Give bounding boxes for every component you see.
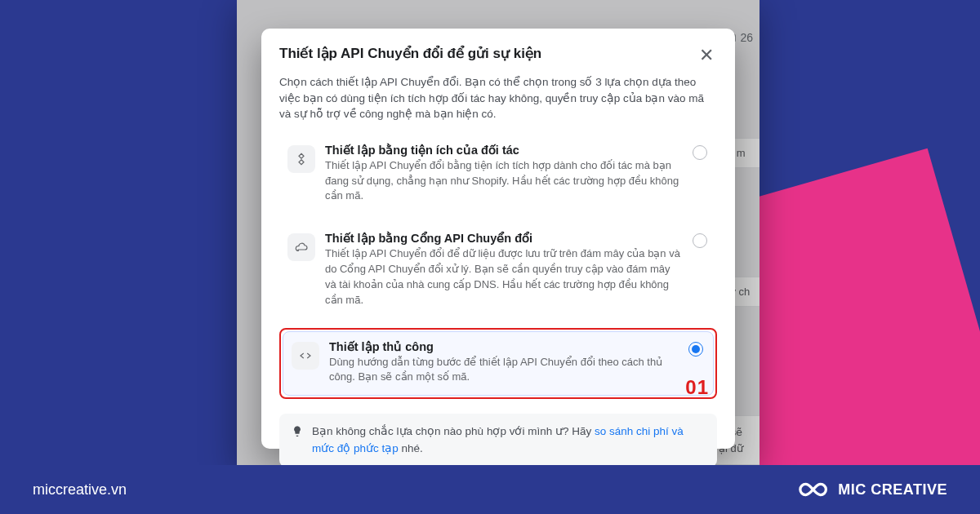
option-subtitle: Thiết lập API Chuyển đổi để dữ liệu được…: [325, 246, 683, 308]
brand-bar: miccreative.vn MIC CREATIVE: [0, 465, 980, 514]
option-subtitle: Dùng hướng dẫn từng bước để thiết lập AP…: [329, 355, 679, 386]
option-gateway[interactable]: Thiết lập bằng Cổng API Chuyển đổi Thiết…: [279, 224, 717, 317]
hint-box: Bạn không chắc lựa chọn nào phù hợp với …: [279, 414, 717, 465]
hint-text: Bạn không chắc lựa chọn nào phù hợp với …: [312, 423, 706, 457]
infinity-logo-icon: [794, 478, 828, 501]
hint-prefix: Bạn không chắc lựa chọn nào phù hợp với …: [312, 425, 595, 437]
hint-suffix: nhé.: [399, 442, 423, 454]
radio-selected[interactable]: [688, 342, 703, 357]
cloud-icon: [287, 233, 315, 261]
modal-title: Thiết lập API Chuyển đổi để gửi sự kiện: [279, 45, 541, 62]
option-subtitle: Thiết lập API Chuyển đổi bằng tiện ích t…: [325, 158, 683, 205]
setup-modal: Thiết lập API Chuyển đổi để gửi sự kiện …: [261, 29, 735, 449]
radio-unselected[interactable]: [693, 145, 707, 160]
option-title: Thiết lập bằng Cổng API Chuyển đổi: [325, 232, 683, 245]
option-title: Thiết lập bằng tiện ích của đối tác: [325, 144, 683, 157]
option-title: Thiết lập thủ công: [329, 340, 679, 353]
modal-header: Thiết lập API Chuyển đổi để gửi sự kiện …: [279, 45, 717, 66]
brand-right: MIC CREATIVE: [794, 478, 947, 501]
radio-unselected[interactable]: [693, 233, 707, 248]
annotation-box-01: Thiết lập thủ công Dùng hướng dẫn từng b…: [279, 328, 717, 400]
lightbulb-icon: [291, 425, 304, 438]
page-stage: 26 nối m này ch ịa sẽại dữ Thiết lập API…: [0, 0, 980, 514]
code-icon: [292, 342, 319, 370]
option-partner-integration[interactable]: Thiết lập bằng tiện ích của đối tác Thiế…: [279, 135, 717, 215]
brand-name: MIC CREATIVE: [838, 481, 947, 498]
options-list: Thiết lập bằng tiện ích của đối tác Thiế…: [279, 135, 717, 400]
diamond-stack-icon: [287, 145, 315, 173]
brand-site: miccreative.vn: [33, 481, 127, 498]
screenshot-container: 26 nối m này ch ịa sẽại dữ Thiết lập API…: [237, 0, 760, 465]
modal-description: Chọn cách thiết lập API Chuyển đổi. Bạn …: [279, 74, 717, 122]
option-manual[interactable]: Thiết lập thủ công Dùng hướng dẫn từng b…: [283, 331, 714, 397]
close-icon[interactable]: ✕: [696, 45, 717, 66]
